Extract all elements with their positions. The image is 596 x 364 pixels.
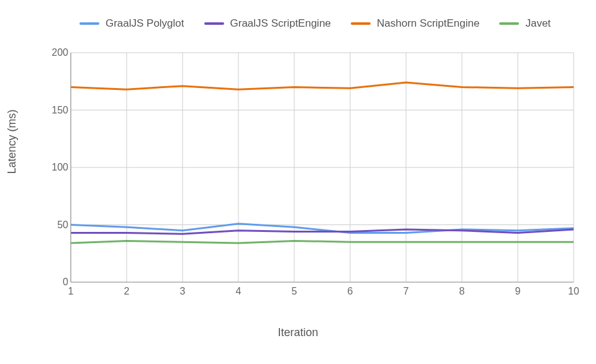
y-tick-label: 50	[57, 220, 68, 231]
x-tick-label: 6	[348, 286, 353, 297]
x-tick-label: 7	[404, 286, 409, 297]
y-tick-label: 200	[52, 47, 68, 58]
legend: GraalJS PolyglotGraalJS ScriptEngineNash…	[53, 17, 577, 30]
x-axis-label: Iteration	[278, 326, 318, 339]
legend-swatch	[499, 22, 519, 25]
series-lines	[71, 82, 574, 243]
y-axis-ticks: 050100150200	[43, 53, 68, 282]
legend-label: Nashorn ScriptEngine	[377, 17, 479, 30]
legend-label: GraalJS ScriptEngine	[230, 17, 332, 30]
y-tick-label: 100	[52, 162, 68, 173]
legend-label: Javet	[525, 17, 551, 30]
y-axis-label: Latency (ms)	[6, 109, 19, 174]
legend-swatch	[204, 22, 224, 25]
x-axis-ticks: 12345678910	[71, 286, 574, 301]
x-tick-label: 2	[124, 286, 130, 297]
chart-svg	[71, 53, 574, 282]
legend-label: GraalJS Polyglot	[106, 17, 184, 30]
legend-item: Javet	[499, 17, 551, 30]
x-tick-label: 1	[68, 286, 74, 297]
x-tick-label: 10	[568, 286, 579, 297]
x-tick-label: 5	[292, 286, 297, 297]
series-line	[71, 82, 574, 89]
x-tick-label: 3	[180, 286, 186, 297]
legend-swatch	[351, 22, 371, 25]
x-tick-label: 8	[459, 286, 465, 297]
chart-container: GraalJS PolyglotGraalJS ScriptEngineNash…	[0, 0, 596, 364]
legend-item: GraalJS ScriptEngine	[204, 17, 332, 30]
legend-swatch	[79, 22, 99, 25]
x-tick-label: 4	[236, 286, 242, 297]
series-line	[71, 241, 574, 243]
legend-item: GraalJS Polyglot	[79, 17, 184, 30]
legend-item: Nashorn ScriptEngine	[351, 17, 479, 30]
y-tick-label: 150	[52, 105, 68, 116]
plot-area	[71, 53, 574, 282]
x-tick-label: 9	[515, 286, 521, 297]
